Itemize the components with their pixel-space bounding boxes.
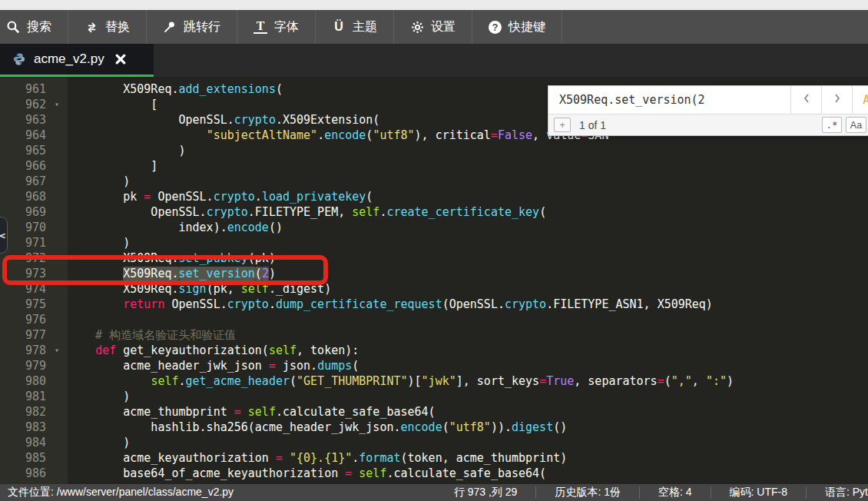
code-line-984[interactable]: 984 ): [0, 435, 868, 450]
code-line-text[interactable]: X509Req.add_extensions(: [68, 81, 283, 97]
code-editor[interactable]: 961 X509Req.add_extensions(962▾ [963 Ope…: [0, 77, 868, 484]
code-line-text[interactable]: OpenSSL.crypto.X509Extension(: [68, 112, 379, 128]
code-line-979[interactable]: 979 acme_header_jwk_json = json.dumps(: [0, 358, 868, 373]
line-number: 967: [0, 174, 46, 189]
code-line-968[interactable]: 968 pk = OpenSSL.crypto.load_privatekey(: [0, 189, 868, 204]
fold-gutter-spacer: [46, 312, 68, 327]
line-number: 964: [0, 128, 46, 143]
fold-gutter-spacer: [46, 250, 68, 266]
fold-arrow-icon[interactable]: ▾: [46, 343, 68, 358]
case-sensitive-toggle-button[interactable]: Aa: [846, 117, 866, 133]
code-line-text[interactable]: acme_keyauthorization = "{0}.{1}".format…: [68, 450, 567, 466]
code-line-972[interactable]: 972 X509Req.set_pubkey(pk): [0, 250, 868, 266]
code-line-965[interactable]: 965 ): [0, 143, 868, 158]
code-line-980[interactable]: 980 self.get_acme_header("GET_THUMBPRINT…: [0, 373, 868, 389]
fold-gutter-spacer: [46, 466, 68, 481]
code-line-971[interactable]: 971 ): [0, 235, 868, 250]
chevron-left-icon: <: [0, 230, 7, 241]
code-line-text[interactable]: def get_keyauthorization(self, token):: [68, 343, 359, 358]
code-line-text[interactable]: OpenSSL.crypto.FILETYPE_PEM, self.create…: [68, 204, 546, 220]
code-area[interactable]: 961 X509Req.add_extensions(962▾ [963 Ope…: [0, 77, 868, 481]
fold-gutter-spacer: [46, 420, 68, 435]
code-line-986[interactable]: 986 base64_of_acme_keyauthorization = se…: [0, 466, 868, 481]
code-line-text[interactable]: hashlib.sha256(acme_header_jwk_json.enco…: [68, 420, 567, 435]
line-number: 965: [0, 143, 46, 158]
indent-spaces[interactable]: 空格: 4: [639, 486, 711, 499]
fold-gutter-spacer: [46, 112, 68, 128]
fold-gutter-spacer: [46, 435, 68, 450]
code-line-text[interactable]: index).encode(): [68, 220, 283, 235]
code-line-text[interactable]: base64_of_acme_keyauthorization = self.c…: [68, 466, 546, 481]
chevron-left-icon: [802, 92, 811, 108]
toolbar-button-goto-line[interactable]: 跳转行: [147, 10, 237, 44]
code-line-970[interactable]: 970 index).encode(): [0, 220, 868, 235]
toolbar-button-theme[interactable]: Ü 主题: [316, 10, 394, 44]
toolbar-button-shortcuts[interactable]: ? 快捷键: [472, 10, 562, 44]
code-line-text[interactable]: ): [68, 435, 130, 450]
line-number: 972: [0, 250, 46, 266]
toolbar-button-search[interactable]: 搜索: [0, 10, 68, 44]
code-line-text[interactable]: pk = OpenSSL.crypto.load_privatekey(: [68, 189, 373, 204]
code-line-977[interactable]: 977 # 构造域名验证头和验证值: [0, 327, 868, 343]
toolbar-button-label: 主题: [353, 19, 377, 35]
find-all-button[interactable]: All: [852, 86, 868, 114]
code-line-982[interactable]: 982 acme_thumbprint = self.calculate_saf…: [0, 404, 868, 420]
history-versions[interactable]: 历史版本: 1份: [535, 486, 639, 499]
fold-gutter-spacer: [46, 373, 68, 389]
code-line-text[interactable]: self.get_acme_header("GET_THUMBPRINT")["…: [68, 373, 734, 389]
code-line-975[interactable]: 975 return OpenSSL.crypto.dump_certifica…: [0, 297, 868, 312]
tab-acme-v2-py[interactable]: acme_v2.py: [0, 44, 154, 77]
close-icon[interactable]: [115, 54, 126, 65]
line-number: 984: [0, 435, 46, 450]
code-line-text[interactable]: X509Req.set_version(2): [68, 266, 276, 281]
code-line-969[interactable]: 969 OpenSSL.crypto.FILETYPE_PEM, self.cr…: [0, 204, 868, 220]
code-line-text[interactable]: ): [68, 235, 130, 250]
code-line-981[interactable]: 981 ): [0, 389, 868, 404]
fold-arrow-icon[interactable]: ▾: [46, 97, 68, 112]
fold-gutter-spacer: [46, 281, 68, 297]
code-line-text[interactable]: ): [68, 174, 130, 189]
sidebar-collapse-handle[interactable]: <: [0, 217, 8, 254]
code-line-text[interactable]: # 构造域名验证头和验证值: [68, 327, 236, 343]
gear-icon: [410, 20, 424, 34]
toolbar-button-settings[interactable]: 设置: [394, 10, 472, 44]
line-number: 963: [0, 112, 46, 128]
search-input[interactable]: X509Req.set_version(2: [548, 86, 790, 114]
regex-toggle-button[interactable]: .*: [822, 117, 842, 133]
code-line-text[interactable]: X509Req.set_pubkey(pk): [68, 250, 276, 266]
code-line-983[interactable]: 983 hashlib.sha256(acme_header_jwk_json.…: [0, 420, 868, 435]
toolbar-button-replace[interactable]: 替换: [68, 10, 147, 44]
code-line-974[interactable]: 974 X509Req.sign(pk, self._digest): [0, 281, 868, 297]
search-icon: [6, 20, 20, 34]
code-line-978[interactable]: 978▾ def get_keyauthorization(self, toke…: [0, 343, 868, 358]
chevron-right-icon: [833, 92, 842, 108]
code-line-973[interactable]: 973 X509Req.set_version(2): [0, 266, 868, 281]
find-next-button[interactable]: [821, 86, 852, 114]
find-previous-button[interactable]: [790, 86, 821, 114]
code-line-text[interactable]: ): [68, 143, 186, 158]
toolbar-button-font[interactable]: T 字体: [237, 10, 316, 44]
code-line-text[interactable]: ]: [68, 158, 157, 174]
code-line-text[interactable]: X509Req.sign(pk, self._digest): [68, 281, 331, 297]
line-number: 980: [0, 373, 46, 389]
add-search-row-button[interactable]: +: [554, 118, 571, 132]
file-encoding[interactable]: 编码: UTF-8: [711, 486, 806, 499]
toolbar-button-label: 跳转行: [184, 19, 220, 35]
code-line-text[interactable]: ): [68, 389, 130, 404]
fold-gutter-spacer: [46, 158, 68, 174]
code-line-text[interactable]: return OpenSSL.crypto.dump_certificate_r…: [68, 297, 713, 312]
code-line-text[interactable]: acme_thumbprint = self.calculate_safe_ba…: [68, 404, 436, 420]
code-line-985[interactable]: 985 acme_keyauthorization = "{0}.{1}".fo…: [0, 450, 868, 466]
file-language[interactable]: 语言: Pyt: [806, 486, 868, 499]
goto-line-pin-icon: [163, 20, 177, 34]
theme-icon: Ü: [332, 20, 346, 34]
fold-gutter-spacer: [46, 81, 68, 97]
code-line-text[interactable]: acme_header_jwk_json = json.dumps(: [68, 358, 359, 373]
search-panel-row-bottom: + 1 of 1 .* Aa: [548, 114, 868, 135]
code-line-967[interactable]: 967 ): [0, 174, 868, 189]
code-line-966[interactable]: 966 ]: [0, 158, 868, 174]
line-number: 977: [0, 327, 46, 343]
code-line-text[interactable]: [: [68, 97, 157, 112]
code-line-text[interactable]: "subjectAltName".encode("utf8"), critica…: [68, 128, 608, 143]
code-line-976[interactable]: 976: [0, 312, 868, 327]
